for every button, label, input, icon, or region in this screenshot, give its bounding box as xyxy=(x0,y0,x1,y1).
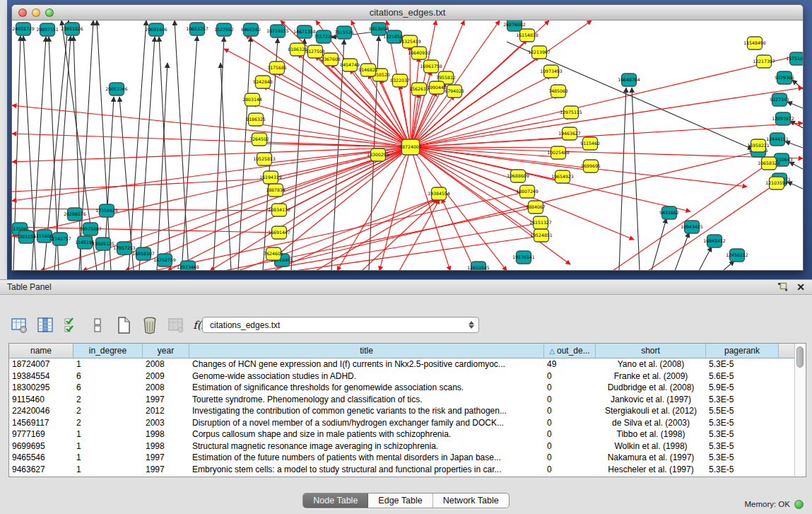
vertical-scrollbar[interactable] xyxy=(794,344,805,476)
table-cell[interactable]: 9463627 xyxy=(9,464,73,476)
table-cell[interactable]: 0 xyxy=(544,382,596,394)
table-settings-icon[interactable] xyxy=(10,316,28,334)
table-cell[interactable]: Yano et al. (2008) xyxy=(596,358,706,370)
graph-node[interactable]: 9146821 xyxy=(358,64,378,76)
table-row[interactable]: 1938455462009Genome-wide association stu… xyxy=(9,370,806,382)
table-cell[interactable]: de Silva et al. (2003) xyxy=(596,417,706,429)
float-window-icon[interactable] xyxy=(777,282,788,292)
graph-node[interactable]: 3175685 xyxy=(267,62,287,74)
column-header-title[interactable]: title xyxy=(189,344,544,358)
table-cell[interactable]: 0 xyxy=(544,452,596,464)
graph-node[interactable]: 10525813 xyxy=(253,153,276,165)
table-cell[interactable]: 19384554 xyxy=(9,370,73,382)
table-cell[interactable]: Dudbridge et al. (2008) xyxy=(596,382,706,394)
column-header-in_degree[interactable]: in_degree xyxy=(73,344,143,358)
table-cell[interactable]: Hescheler et al. (1997) xyxy=(596,464,706,476)
graph-node[interactable]: 10653257 xyxy=(186,23,208,35)
table-cell[interactable]: 0 xyxy=(544,428,596,440)
select-all-checks-icon[interactable] xyxy=(62,316,81,334)
graph-node[interactable]: 17359928 xyxy=(95,204,118,217)
unselect-boxes-icon[interactable] xyxy=(88,316,107,334)
table-cell[interactable]: 2008 xyxy=(143,382,189,394)
graph-node[interactable]: 9699695 xyxy=(581,160,601,173)
table-row[interactable]: 1456911722003Disruption of a novel membe… xyxy=(9,417,806,429)
table-cell[interactable]: 2012 xyxy=(143,405,189,417)
close-traffic-light-icon[interactable] xyxy=(18,8,27,17)
table-cell[interactable]: Investigating the contribution of common… xyxy=(189,405,544,417)
column-header-out_de[interactable]: △out_de... xyxy=(544,344,596,358)
graph-node[interactable]: 8186328 xyxy=(288,43,307,56)
graph-node[interactable]: 9884067 xyxy=(526,201,546,214)
table-cell[interactable]: 5.3E-5 xyxy=(706,428,779,440)
graph-node[interactable]: 16640910 xyxy=(408,47,430,59)
table-cell[interactable]: 2008 xyxy=(143,358,189,370)
table-cell[interactable]: 0 xyxy=(544,417,596,429)
table-row[interactable]: 946554611997Estimation of the future num… xyxy=(9,452,806,464)
graph-node[interactable]: 16194319 xyxy=(259,171,282,184)
graph-node[interactable]: 20691406 xyxy=(145,23,167,36)
column-header-name[interactable]: name xyxy=(9,344,73,358)
graph-node[interactable]: 9431662 xyxy=(659,206,679,219)
graph-node[interactable]: 9186325 xyxy=(246,113,266,126)
table-cell[interactable]: Disruption of a novel member of a sodium… xyxy=(189,417,544,429)
graph-node[interactable]: 1887834 xyxy=(266,184,286,197)
graph-node[interactable]: 19384554 xyxy=(428,187,450,200)
graph-node[interactable]: 19654923 xyxy=(551,170,574,183)
graph-node[interactable]: 12450212 xyxy=(726,249,748,262)
table-cell[interactable]: 1997 xyxy=(143,452,189,464)
graph-node[interactable]: 13505135 xyxy=(92,238,114,250)
table-cell[interactable]: Stergiakouli et al. (2012) xyxy=(596,405,706,417)
table-cell[interactable]: Corpus callosum shape and size in male p… xyxy=(189,428,544,440)
table-cell[interactable]: 2 xyxy=(73,417,143,429)
table-cell[interactable]: 1 xyxy=(73,452,143,464)
table-cell[interactable]: 1998 xyxy=(143,440,189,452)
table-cell[interactable]: Tourette syndrome. Phenomenology and cla… xyxy=(189,394,544,406)
graph-node[interactable]: 1990448 xyxy=(427,81,447,94)
table-cell[interactable]: 22420046 xyxy=(9,405,73,417)
table-row[interactable]: 1872400712008Changes of HCN gene express… xyxy=(9,358,806,370)
new-file-icon[interactable] xyxy=(114,316,133,334)
graph-node[interactable]: 10834170 xyxy=(268,204,290,216)
graph-node[interactable]: 7557224 xyxy=(314,30,334,43)
graph-node[interactable]: 16648784 xyxy=(618,74,640,86)
graph-node[interactable]: 12217397 xyxy=(753,55,775,68)
graph-node[interactable]: 2803144 xyxy=(242,93,262,106)
graph-node[interactable]: 19136141 xyxy=(512,251,535,264)
graph-node[interactable]: 10943425 xyxy=(681,221,703,233)
table-cell[interactable]: 5.3E-5 xyxy=(706,417,779,429)
graph-node[interactable]: 16961758 xyxy=(420,60,442,73)
network-window-titlebar[interactable]: citations_edges.txt xyxy=(12,5,803,21)
graph-node[interactable]: 16691447 xyxy=(268,226,290,239)
table-cell[interactable]: Jankovic et al. (1997) xyxy=(596,394,706,406)
graph-node[interactable]: 16958107 xyxy=(132,247,155,260)
scrollbar-thumb[interactable] xyxy=(796,346,804,368)
graph-node[interactable]: 7485063 xyxy=(548,85,568,98)
table-cell[interactable]: Nakamura et al. (1997) xyxy=(596,452,706,464)
table-cell[interactable]: Changes of HCN gene expression and I(f) … xyxy=(189,358,544,370)
table-cell[interactable]: 1997 xyxy=(143,464,189,476)
graph-hub-node[interactable]: 18724007 xyxy=(399,139,422,155)
graph-node[interactable]: 10688609 xyxy=(507,170,529,182)
table-cell[interactable]: 0 xyxy=(544,464,596,476)
table-cell[interactable]: 2003 xyxy=(143,417,189,429)
graph-node[interactable]: 9127508 xyxy=(305,45,325,58)
graph-node[interactable]: 10973493 xyxy=(540,65,563,78)
graph-node[interactable]: 1527602 xyxy=(214,23,234,36)
column-header-short[interactable]: short xyxy=(596,344,706,358)
graph-node[interactable]: 16151327 xyxy=(529,216,552,229)
graph-node[interactable]: 8322037 xyxy=(390,74,410,87)
table-cell[interactable]: 5.3E-5 xyxy=(706,394,779,406)
graph-node[interactable]: 23951826 xyxy=(61,23,83,35)
table-cell[interactable]: 18300295 xyxy=(9,382,73,394)
graph-node[interactable]: 11548498 xyxy=(743,37,766,49)
table-cell[interactable]: 9777169 xyxy=(9,428,73,440)
table-cell[interactable]: Tibbo et al. (1998) xyxy=(596,428,706,440)
graph-node[interactable]: 12923448 xyxy=(177,261,199,271)
table-cell[interactable]: 5.3E-5 xyxy=(706,440,779,452)
graph-node[interactable]: 12213967 xyxy=(528,46,551,59)
table-cell[interactable]: 1 xyxy=(73,464,143,476)
graph-node[interactable]: 1562615 xyxy=(409,83,429,95)
zoom-traffic-light-icon[interactable] xyxy=(45,8,54,17)
graph-node[interactable]: 15751074 xyxy=(786,52,803,65)
graph-node[interactable]: 8454749 xyxy=(340,59,360,71)
